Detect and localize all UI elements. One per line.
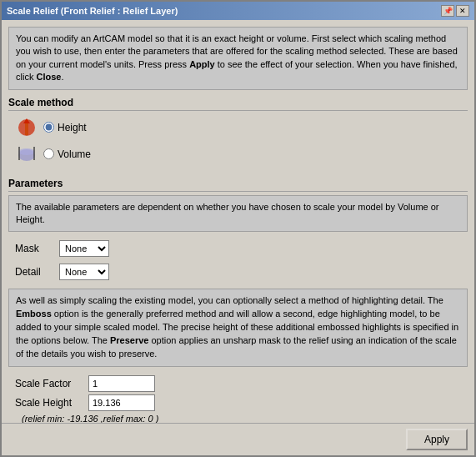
pin-button[interactable]: 📌 [441,5,454,17]
bottom-bar: Apply [2,423,474,455]
parameters-info-text: The available parameters are dependent o… [16,202,439,224]
title-bar-buttons: 📌 ✕ [441,5,469,17]
main-content: You can modify an ArtCAM model so that i… [2,20,474,423]
scale-method-section: Scale method Height [8,95,468,171]
volume-icon [15,143,38,166]
scale-method-title: Scale method [8,97,468,111]
bottom-inputs: Scale Factor Scale Height (relief min: -… [8,372,468,423]
mask-select[interactable]: None Emboss Preserve [59,240,109,257]
volume-radio-label[interactable]: Volume [43,148,91,160]
parameters-info-box: The available parameters are dependent o… [8,195,468,233]
parameters-title: Parameters [8,178,468,192]
scale-height-row: Scale Height [15,394,461,411]
detail-label: Detail [15,266,53,278]
scale-factor-label: Scale Factor [15,378,82,389]
height-radio-row: Height [8,114,468,141]
mask-row: Mask None Emboss Preserve [8,239,468,259]
main-window: Scale Relief (Front Relief : Relief Laye… [0,0,476,457]
scale-method-box: Height Volume [8,111,468,171]
apply-button[interactable]: Apply [406,429,468,450]
height-icon [15,116,38,139]
emboss-text-1: As well as simply scaling the existing m… [16,295,443,305]
info-bold-apply: Apply [189,59,215,69]
info-text-3: . [61,72,63,82]
svg-point-4 [18,148,35,155]
emboss-bold-2: Preserve [110,335,149,345]
window-title: Scale Relief (Front Relief : Relief Laye… [7,6,178,16]
volume-radio-row: Volume [8,141,468,168]
relief-info: (relief min: -19.136 ,relief max: 0 ) [15,414,461,423]
height-radio[interactable] [43,122,54,133]
info-bold-close: Close [36,72,61,82]
scale-height-label: Scale Height [15,397,82,409]
close-button[interactable]: ✕ [456,5,469,17]
title-bar: Scale Relief (Front Relief : Relief Laye… [2,2,474,20]
mask-label: Mask [15,243,53,254]
detail-select[interactable]: None Emboss Preserve [59,264,109,280]
emboss-bold-1: Emboss [16,309,52,319]
height-radio-label[interactable]: Height [43,122,87,133]
scale-factor-row: Scale Factor [15,375,461,392]
height-label: Height [58,122,87,133]
parameters-controls: Mask None Emboss Preserve Detail None Em… [8,235,468,285]
detail-row: Detail None Emboss Preserve [8,262,468,282]
info-box: You can modify an ArtCAM model so that i… [8,27,468,90]
parameters-section: Parameters The available parameters are … [8,176,468,367]
emboss-info-box: As well as simply scaling the existing m… [8,289,468,367]
volume-label: Volume [58,148,91,160]
volume-radio[interactable] [43,148,54,159]
scale-height-input[interactable] [88,394,155,411]
scale-factor-input[interactable] [88,375,155,392]
